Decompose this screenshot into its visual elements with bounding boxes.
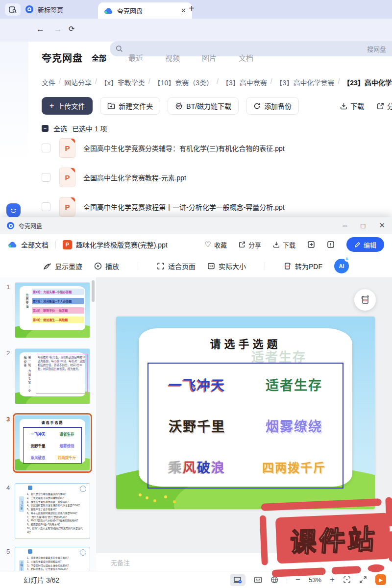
fullscreen-button[interactable] (359, 576, 367, 584)
divider (265, 262, 265, 270)
ink-feather-icon (43, 263, 51, 270)
file-checkbox[interactable] (42, 173, 50, 182)
thumbnail-scrollbar[interactable] (92, 280, 95, 302)
open-file-name: 趣味化学终极版竞赛(完整).ppt (76, 240, 168, 249)
assistant-smiley-icon[interactable] (6, 203, 21, 218)
file-name[interactable]: 全国高中生化学竞赛分类辅导：有机化学(三)有机化合物的表征.ppt (83, 143, 285, 153)
slideshow-play-button[interactable]: ▶ (375, 574, 386, 585)
selected-count: 已选中 1 项 (72, 123, 107, 133)
play-button[interactable]: 播放 (94, 261, 119, 271)
round-row: 第3轮：眼明手快----抢答题 (32, 307, 84, 314)
file-row[interactable]: P 全国高中生化学竞赛教程-元素.ppt (42, 163, 392, 192)
mini-seal-icon (80, 549, 86, 556)
presenter-view-button[interactable] (230, 574, 245, 586)
file-name[interactable]: 全国高中生化学竞赛教程-元素.ppt (83, 172, 186, 182)
char: 乘 (169, 457, 183, 476)
pdf-convert-float-button[interactable]: PDF (354, 289, 376, 311)
tab-close-icon[interactable]: ✕ (181, 7, 186, 14)
round-row: 第2轮：其利断金--个人必答题 (32, 298, 84, 304)
tab-video[interactable]: 视频 (165, 52, 180, 63)
crumb-sep: / (217, 77, 219, 87)
convert-pdf-label: 转为PDF (295, 261, 322, 271)
thumbnail-slide-2[interactable]: 第一轮 力拔头筹—小组必答 每组推荐1名代表，回答所选题目中的10道判断题，每小… (15, 348, 90, 404)
share-label: 分享 (248, 240, 261, 249)
open-in-app-icon[interactable] (307, 241, 315, 248)
page-left-gutter (0, 42, 28, 217)
file-row[interactable]: P 全国高中生化学竞赛分类辅导：有机化学(三)有机化合物的表征.ppt (42, 133, 392, 163)
bt-magnet-button[interactable]: BT BT/磁力链下载 (168, 97, 239, 115)
forward-button[interactable]: → (54, 24, 62, 34)
close-button[interactable]: ✕ (379, 221, 385, 230)
mini-option: 一飞冲天 (31, 431, 46, 437)
tab-recent[interactable]: 最近 (128, 52, 143, 63)
option-siliangboqianjin: 四两拨千斤 (245, 446, 343, 488)
thumb2-rule-text: 每组推荐1名代表，回答所选题目中的10道判断题，每小题100分，每答对一道加相应… (36, 354, 88, 394)
favorite-button[interactable]: ♡ 收藏 (204, 240, 226, 249)
ai-assistant-button[interactable]: AI (334, 259, 349, 273)
round-row: 第1轮：力拔头筹--小组必答题 (32, 289, 84, 295)
tab-quark-drive[interactable]: 夸克网盘 ✕ (98, 2, 192, 19)
fit-page-button[interactable]: 适合页面 (157, 261, 196, 271)
new-folder-button[interactable]: 新建文件夹 (100, 97, 160, 115)
crumb-sep: / (59, 77, 61, 87)
zoom-out-button[interactable]: − (295, 575, 300, 585)
download-selected-button[interactable]: 下载 (340, 101, 364, 111)
crumb[interactable]: 【3】高中化学竞赛 (276, 77, 335, 87)
minimize-button[interactable]: ─ (343, 222, 347, 229)
thumbnail-slide-1[interactable]: 比赛安排 第1轮：力拔头筹--小组必答题 第2轮：其利断金--个人必答题 第3轮… (15, 282, 90, 338)
refresh-button[interactable]: ⟳ (69, 24, 75, 33)
tab-new-page[interactable]: 新标签页 (25, 0, 63, 19)
backup-button[interactable]: 添加备份 (246, 97, 299, 115)
show-ink-button[interactable]: 显示墨迹 (43, 261, 82, 271)
svg-text:BT: BT (177, 105, 181, 108)
crumb[interactable]: 文件 (42, 77, 55, 87)
actual-size-label: 实际大小 (219, 261, 246, 271)
notes-placeholder: 无备注 (111, 558, 130, 567)
convert-pdf-button[interactable]: PDF 转为PDF (284, 261, 322, 271)
download-icon (340, 102, 347, 110)
option-yifeichongtian: 一飞冲天 (148, 364, 245, 405)
fit-screen-button[interactable] (343, 576, 351, 584)
share-doc-button[interactable]: 分享 (239, 240, 261, 249)
edit-button[interactable]: 编辑 (346, 237, 384, 252)
thumbnail-slide-5[interactable]: 沃野千里 1、铁是地壳中含量最多的金属元素吗？2、土壤的主要成分是硝酸盐吗？ 3… (15, 547, 90, 571)
thumb4-questions: 1、氧气是空气中含量最多的气体吗？2、二氧化碳和干冰是同种物质吗？ 3、臭氧的主… (27, 492, 87, 538)
upload-button[interactable]: + 上传文件 (42, 97, 93, 115)
file-checkbox[interactable] (42, 144, 50, 152)
browser-sidebar-icon[interactable] (5, 3, 21, 16)
tab-image[interactable]: 图片 (202, 52, 217, 63)
crumb[interactable]: 【x】非教学类 (100, 77, 145, 87)
maximize-button[interactable]: □ (361, 221, 365, 230)
feedback-icon[interactable] (327, 241, 335, 248)
thumbnail-slide-3-selected[interactable]: 请选手选题 一飞冲天 适者生存 沃野千里 烟雾缭绕 乘风破浪 四两拨千斤 (15, 415, 90, 471)
window-title-bar[interactable]: 夸克网盘 ─ □ ✕ (0, 217, 392, 234)
select-all-label[interactable]: 全选 (53, 123, 67, 133)
crumb[interactable]: 网站分享 (64, 77, 92, 87)
file-checkbox[interactable] (42, 202, 50, 211)
crumb[interactable]: 【10】竞赛（3类） (154, 77, 213, 87)
favorite-label: 收藏 (214, 240, 227, 249)
tab-doc[interactable]: 文档 (239, 52, 253, 63)
file-name[interactable]: 全国高中生化学竞赛教程第十一讲-分析化学一般概念-容量分析.ppt (83, 202, 285, 212)
mini-badge-icon (28, 549, 32, 554)
browser-nav-bar: ← → ⟳ 搜网盘 (0, 19, 392, 42)
thumbnail-slide-4[interactable]: 一飞冲天 1、氧气是空气中含量最多的气体吗？2、二氧化碳和干冰是同种物质吗？ 3… (15, 483, 90, 539)
notes-toggle-button[interactable] (254, 576, 262, 584)
actual-size-button[interactable]: 1:1 实际大小 (207, 261, 246, 271)
tab-all[interactable]: 全部 (92, 52, 106, 63)
download-doc-button[interactable]: 下载 (273, 240, 295, 249)
crumb-current: 【23】高中化学竞赛 (343, 77, 392, 87)
options-box: 一飞冲天 适者生存 沃野千里 烟雾缭绕 乘 风 破 浪 四两拨千斤 (147, 363, 343, 489)
new-tab-button[interactable]: + (189, 3, 195, 14)
backup-label: 添加备份 (264, 101, 292, 111)
crumb[interactable]: 【3】高中竞赛 (222, 77, 267, 87)
translate-globe-button[interactable] (270, 576, 278, 584)
option-shizheshengcun: 适者生存 (245, 364, 343, 405)
zoom-in-button[interactable]: + (330, 575, 335, 585)
document-toolbar: 全部文档 P 趣味化学终极版竞赛(完整).ppt ♡ 收藏 分享 下载 (0, 234, 392, 255)
notes-panel[interactable]: 无备注 (96, 553, 392, 571)
select-all-checkbox[interactable]: − (42, 125, 49, 132)
all-docs-button[interactable]: 全部文档 (21, 240, 49, 249)
back-button[interactable]: ← (36, 24, 45, 34)
share-selected-button[interactable]: 分享 (377, 101, 392, 111)
